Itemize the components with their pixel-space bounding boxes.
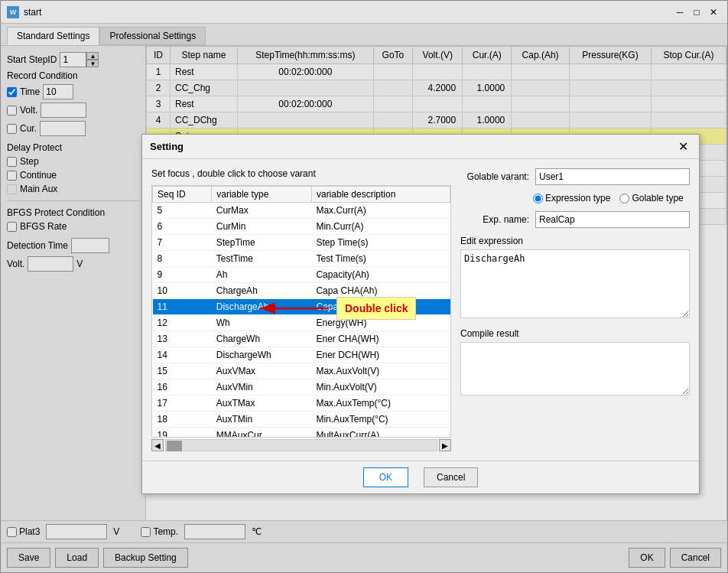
- var-cell-desc: Max.AuxTemp(°C): [311, 396, 450, 412]
- bottom-bar: Plat3 V Temp. ℃: [1, 520, 727, 542]
- var-cell-type: ChargeWh: [212, 331, 312, 347]
- scroll-right-button[interactable]: ▶: [439, 439, 451, 451]
- backup-button[interactable]: Backup Setting: [103, 548, 188, 568]
- golable-varant-input[interactable]: [535, 168, 690, 185]
- var-cell-type: CurMax: [212, 203, 312, 219]
- time-checkbox[interactable]: [7, 87, 17, 97]
- modal-ok-button[interactable]: OK: [363, 467, 408, 487]
- scroll-left-button[interactable]: ◀: [151, 439, 164, 451]
- var-table-row[interactable]: 17 AuxTMax Max.AuxTemp(°C): [153, 396, 450, 412]
- time-input[interactable]: [43, 84, 73, 99]
- exp-name-input[interactable]: [535, 211, 690, 228]
- var-table: Seq ID variable type variable descriptio…: [152, 186, 450, 438]
- detection-label: Detection Time: [7, 240, 68, 251]
- col-pressure: Pressure(KG): [569, 47, 651, 64]
- start-step-input[interactable]: [60, 52, 86, 67]
- temp-input[interactable]: [184, 524, 245, 539]
- cell-pressure: [569, 96, 651, 112]
- var-table-row[interactable]: 8 TestTime Test Time(s): [153, 251, 450, 267]
- cell-volt: [413, 64, 463, 80]
- var-cell-seq: 15: [153, 363, 212, 379]
- bfgs-rate-checkbox[interactable]: [7, 222, 17, 232]
- cell-volt: 2.7000: [413, 112, 463, 129]
- var-table-row[interactable]: 12 Wh Energy(WH): [153, 315, 450, 331]
- cell-cur: 1.0000: [463, 80, 512, 96]
- bfgs-label: BFGS Protect Condition: [7, 207, 105, 218]
- cancel-button[interactable]: Cancel: [670, 548, 721, 568]
- table-row[interactable]: 1 Rest 00:02:00:000: [147, 64, 726, 80]
- cell-goto: [373, 112, 413, 129]
- var-table-row[interactable]: 18 AuxTMin Min.AuxTemp(°C): [153, 412, 450, 428]
- close-button[interactable]: ✕: [706, 5, 721, 20]
- var-table-row[interactable]: 16 AuxVMin Min.AuxVolt(V): [153, 379, 450, 396]
- var-cell-seq: 6: [153, 219, 212, 235]
- cell-step: CC_DChg: [170, 112, 237, 129]
- cell-stop: [651, 112, 726, 129]
- var-table-row[interactable]: 10 ChargeAh Capa CHA(Ah): [153, 283, 450, 299]
- scroll-track[interactable]: [165, 439, 437, 451]
- var-cell-type: StepTime: [212, 235, 312, 251]
- tab-standard-settings[interactable]: Standard Settings: [7, 27, 99, 45]
- table-row[interactable]: 2 CC_Chg 4.2000 1.0000: [147, 80, 726, 96]
- var-table-container[interactable]: Seq ID variable type variable descriptio…: [151, 185, 451, 438]
- window-title: start: [24, 7, 41, 18]
- title-bar: W start ─ □ ✕: [1, 1, 727, 24]
- ok-button[interactable]: OK: [629, 548, 665, 568]
- detection-input[interactable]: [71, 238, 109, 253]
- minimize-button[interactable]: ─: [672, 5, 687, 20]
- volt-input[interactable]: [41, 103, 86, 118]
- var-cell-type: Ah: [212, 267, 312, 283]
- cell-cap: [512, 80, 570, 96]
- maximize-button[interactable]: □: [689, 5, 704, 20]
- volt2-input[interactable]: [28, 256, 73, 272]
- expression-type-radio[interactable]: [533, 194, 543, 203]
- cur-checkbox[interactable]: [7, 124, 17, 134]
- cur-input[interactable]: [40, 121, 86, 136]
- load-button[interactable]: Load: [55, 548, 99, 568]
- var-cell-desc: Min.AuxVolt(V): [311, 379, 450, 396]
- continue-checkbox[interactable]: [7, 171, 17, 181]
- var-cell-seq: 8: [153, 251, 212, 267]
- cell-cap: [512, 64, 570, 80]
- scroll-thumb: [167, 441, 182, 451]
- var-col-type: variable type: [212, 187, 312, 203]
- plat3-checkbox[interactable]: [7, 527, 17, 537]
- edit-expression-label: Edit expression: [460, 236, 690, 246]
- table-row[interactable]: 4 CC_DChg 2.7000 1.0000: [147, 112, 726, 129]
- action-bar: Save Load Backup Setting OK Cancel: [1, 542, 727, 572]
- var-table-row[interactable]: 14 DischargeWh Ener DCH(WH): [153, 347, 450, 363]
- var-table-row[interactable]: 9 Ah Capacity(Ah): [153, 267, 450, 283]
- temp-checkbox[interactable]: [141, 527, 151, 537]
- var-table-row[interactable]: 15 AuxVMax Max.AuxVolt(V): [153, 363, 450, 379]
- cell-pressure: [569, 112, 651, 129]
- volt-checkbox[interactable]: [7, 106, 17, 116]
- plat3-input[interactable]: [46, 524, 107, 539]
- var-cell-desc: Test Time(s): [311, 251, 450, 267]
- main-aux-checkbox[interactable]: [7, 184, 17, 194]
- var-table-row[interactable]: 7 StepTime Step Time(s): [153, 235, 450, 251]
- var-table-row[interactable]: 6 CurMin Min.Curr(A): [153, 219, 450, 235]
- step-checkbox[interactable]: [7, 157, 17, 167]
- var-cell-seq: 10: [153, 283, 212, 299]
- var-cell-seq: 7: [153, 235, 212, 251]
- celsius: ℃: [252, 526, 262, 537]
- var-cell-seq: 9: [153, 267, 212, 283]
- spin-up-button[interactable]: ▲: [86, 52, 99, 60]
- save-button[interactable]: Save: [7, 548, 50, 568]
- var-table-row[interactable]: 13 ChargeWh Ener CHA(WH): [153, 331, 450, 347]
- golable-type-radio[interactable]: [619, 194, 629, 203]
- var-cell-desc: Min.AuxTemp(°C): [311, 412, 450, 428]
- var-table-row[interactable]: 5 CurMax Max.Curr(A): [153, 203, 450, 219]
- modal-cancel-button[interactable]: Cancel: [424, 467, 478, 487]
- spin-down-button[interactable]: ▼: [86, 60, 99, 67]
- modal-title-bar: Setting ✕: [142, 135, 699, 159]
- var-table-row[interactable]: 19 MMAuxCur MultAuxCurr(A): [153, 428, 450, 438]
- modal-close-button[interactable]: ✕: [675, 139, 691, 154]
- col-goto: GoTo: [373, 47, 413, 64]
- edit-expression-input[interactable]: DischargeAh: [460, 249, 690, 318]
- cell-goto: [373, 80, 413, 96]
- var-table-row[interactable]: 11 DischargeAh Capa DCH(Ah): [153, 299, 450, 315]
- tab-professional-settings[interactable]: Professional Settings: [99, 27, 206, 45]
- var-cell-type: AuxTMin: [212, 412, 312, 428]
- table-row[interactable]: 3 Rest 00:02:00:000: [147, 96, 726, 112]
